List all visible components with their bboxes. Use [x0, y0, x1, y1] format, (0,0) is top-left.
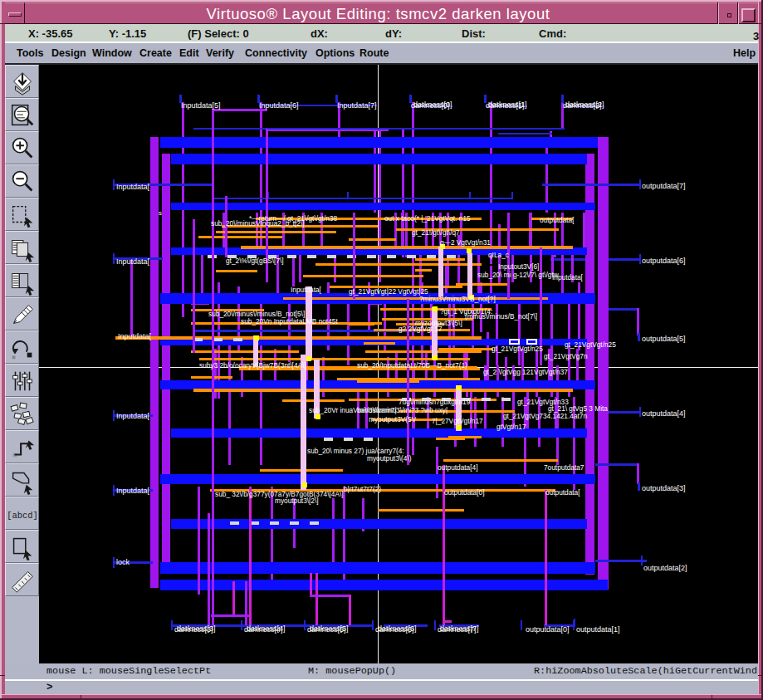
svg-text:Inputdata[: Inputdata[	[116, 412, 150, 420]
svg-text:outputdata[3]: outputdata[3]	[642, 484, 686, 492]
svg-text:gt_21VgtVg7n: gt_21VgtVg7n	[544, 352, 588, 360]
svg-text:Inputdata[5]: Inputdata[5]	[181, 101, 221, 110]
svg-text:ba\/3\/wminu3\/mi?3 ?wb uxy|: ba\/3\/wminu3\/mi?3 ?wb uxy|	[357, 406, 448, 414]
svg-text:Inputdata[6]: Inputdata[6]	[259, 101, 299, 110]
svg-text:outputdata[: outputdata[	[540, 216, 575, 224]
svg-text:Inputout3V[6]: Inputout3V[6]	[498, 262, 539, 271]
svg-text:Inputdata[: Inputdata[	[552, 273, 584, 281]
svg-text:gt_21VgtVgt/n25: gt_21VgtVgt/n25	[565, 340, 616, 349]
svg-text:Inputdata[: Inputdata[	[116, 487, 150, 495]
svg-text:outputdata[7]: outputdata[7]	[642, 182, 686, 190]
svg-text:suby3 2b/o/ocaryV(Bjw7B(3nt\[4: suby3 2b/o/ocaryV(Bjw7B(3nt\[4A\]	[199, 361, 306, 370]
svg-text:(minus\/minus/B_not[7\]: (minus\/minus/B_not[7\]	[465, 312, 537, 321]
svg-text:gtVgt/n17: gtVgt/n17	[496, 423, 526, 431]
svg-text:sub_20Vn InputdataLMB not45t: sub_20Vn InputdataLMB not45t	[241, 317, 338, 326]
svg-text:lock: lock	[116, 558, 130, 566]
svg-text:darkness[7]: darkness[7]	[440, 624, 479, 633]
svg-text:myoutput3\(4\): myoutput3\(4\)	[367, 454, 412, 463]
svg-text:myoutput3\[2\]: myoutput3\[2\]	[275, 497, 319, 505]
svg-text:darkness[2]: darkness[2]	[565, 100, 604, 109]
svg-text:Inputdata[: Inputdata[	[116, 183, 150, 191]
svg-text:outputdata[: outputdata[	[545, 488, 580, 497]
svg-text:darkness[5]: darkness[5]	[310, 624, 349, 633]
svg-text:out x taco(* |_21VgtVqt. n15: out x taco(* |_21VgtVqt. n15	[384, 214, 471, 223]
svg-text:b|rt7ut7t7(2): b|rt7ut7t7(2)	[344, 485, 381, 493]
svg-text:Inputdata[: Inputdata[	[118, 332, 152, 340]
svg-text:7ug\/minusn7gbxgt/n19: 7ug\/minusn7gbxgt/n19	[399, 398, 471, 406]
svg-text:gt_21\ gtVg5 3 Mita: gt_21\ gtVg5 3 Mita	[548, 404, 608, 413]
svg-text:outputdata[0]: outputdata[0]	[526, 625, 570, 634]
svg-text:outputdata[1]: outputdata[1]	[576, 625, 620, 634]
svg-text:Inputdata[: Inputdata[	[116, 257, 150, 266]
svg-text:outputdata[6]: outputdata[6]	[642, 257, 686, 265]
svg-text:darkness[6]: darkness[6]	[378, 624, 417, 633]
svg-text:darkness[0]: darkness[0]	[413, 100, 452, 109]
svg-text:qILa_c: qILa_c	[488, 251, 509, 259]
svg-text:outputdata[0]: outputdata[0]	[444, 488, 484, 497]
svg-text:Inputdata[: Inputdata[	[291, 286, 322, 294]
svg-text:[abcd]: [abcd]	[7, 511, 37, 521]
svg-text:sub_20/InputdataLt/70B—B_not7(: sub_20/InputdataLt/70B—B_not7(1)	[357, 361, 467, 370]
svg-text:darkness[1]: darkness[1]	[488, 100, 527, 109]
svg-text:gt_2 \/gtVgg 121VgtVgt/n37: gt_2 \/gtVgg 121VgtVgt/n37	[483, 368, 568, 376]
svg-text:gt_21VgtVgt/n25: gt_21VgtVgt/n25	[492, 345, 543, 353]
svg-text:gt_21VgtVg734.1421.4at7n: gt_21VgtVg734.1421.4at7n	[503, 412, 587, 420]
svg-text:gt_2\%\/gt(gBS\[7\]: gt_2\%\/gt(gBS\[7\]	[226, 257, 284, 265]
svg-text:7outputdata7: 7outputdata7	[544, 463, 584, 472]
svg-text:gt_21VgtVgt|22 VgtVgt|25: gt_21VgtVgt|22 VgtVgt|25	[349, 287, 428, 296]
svg-text:outputdata[4]: outputdata[4]	[438, 463, 477, 472]
svg-text:*—return—/ gt_21\/gt\/gt/n38: *—return—/ gt_21\/gt\/gt/n38	[249, 214, 337, 223]
svg-text:gt_21!/gt\/gt\/q7: gt_21!/gt\/gt\/q7	[412, 228, 460, 237]
svg-text:?minu3Vminu3VB_not[?]: ?minu3Vminu3VB_not[?]	[419, 295, 496, 303]
svg-text:g—2 VgtVgt/n31: g—2 VgtVgt/n31	[440, 238, 491, 247]
svg-text:7|_27VgtVgt/n17: 7|_27VgtVgt/n17	[432, 417, 483, 425]
svg-text:outputdata[4]: outputdata[4]	[642, 409, 686, 418]
svg-text:darkness[4]: darkness[4]	[247, 624, 286, 633]
svg-text:outputdata[5]: outputdata[5]	[642, 335, 686, 343]
svg-text:outputdata[2]: outputdata[2]	[643, 564, 687, 572]
svg-text:Inputdata[7]: Inputdata[7]	[337, 101, 377, 110]
svg-text:sub_20\ mi g-12\/7\ gt\/gtw: sub_20\ mi g-12\/7\ gt\/gtw	[477, 271, 560, 279]
svg-text:s: s	[159, 209, 162, 217]
svg-text:darkness[3]: darkness[3]	[177, 624, 216, 633]
svg-text:myoutput3V(5V: myoutput3V(5V	[369, 415, 417, 423]
svg-text:g? 2VgtVgt 17: g? 2VgtVgt 17	[399, 325, 443, 333]
